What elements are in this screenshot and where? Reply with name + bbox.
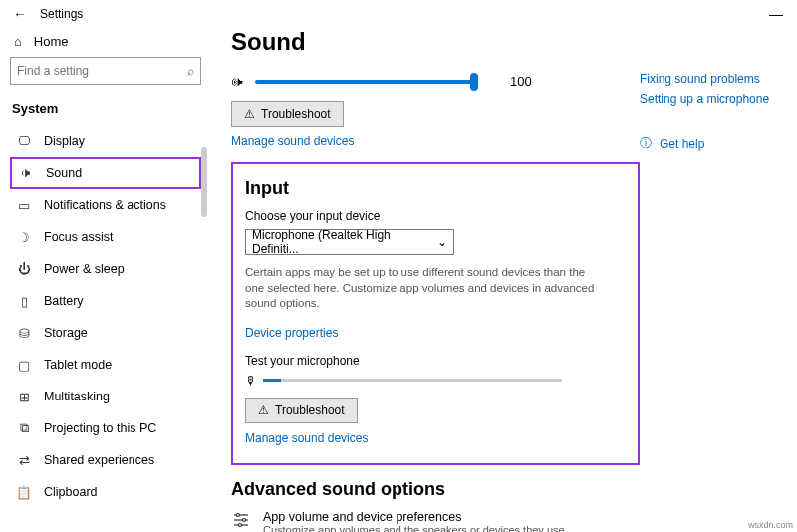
battery-icon: ▯ (16, 294, 32, 309)
chevron-down-icon: ⌄ (437, 235, 447, 249)
sidebar-item-tablet-mode[interactable]: ▢Tablet mode (10, 349, 201, 381)
back-icon[interactable]: ← (8, 6, 32, 22)
sidebar-item-storage[interactable]: ⛁Storage (10, 317, 201, 349)
watermark: wsxdn.com (748, 520, 793, 530)
minimize-icon[interactable]: — (769, 6, 783, 22)
advanced-heading: Advanced sound options (231, 479, 628, 500)
device-properties-link[interactable]: Device properties (245, 326, 338, 340)
setup-mic-link[interactable]: Setting up a microphone (640, 92, 797, 106)
focus-icon: ☽ (16, 230, 32, 245)
sidebar-scrollbar[interactable] (201, 147, 207, 217)
advanced-item-sub: Customize app volumes and the speakers o… (263, 524, 568, 532)
volume-slider[interactable] (255, 80, 474, 84)
test-mic-label: Test your microphone (245, 354, 626, 368)
input-description: Certain apps may be set up to use differ… (245, 265, 604, 312)
nav-list: 🖵Display 🕩Sound ▭Notifications & actions… (10, 126, 201, 508)
mic-test-row: 🎙 (245, 374, 626, 388)
microphone-icon: 🎙 (245, 374, 257, 388)
search-input[interactable] (17, 64, 187, 78)
sidebar-item-label: Power & sleep (44, 262, 125, 276)
home-label: Home (34, 34, 69, 49)
sidebar-item-focus-assist[interactable]: ☽Focus assist (10, 221, 201, 253)
clipboard-icon: 📋 (16, 485, 32, 500)
sidebar-item-label: Notifications & actions (44, 198, 166, 212)
sidebar: ⌂ Home ⌕ System 🖵Display 🕩Sound ▭Notific… (0, 28, 207, 532)
input-section: Input Choose your input device Microphon… (231, 162, 640, 465)
page-title: Sound (231, 28, 628, 56)
svg-point-1 (237, 513, 240, 516)
storage-icon: ⛁ (16, 326, 32, 341)
right-column: Fixing sound problems Setting up a micro… (640, 28, 797, 532)
input-device-value: Microphone (Realtek High Definiti... (252, 228, 437, 256)
manage-devices-link[interactable]: Manage sound devices (231, 134, 354, 148)
help-icon: ⓘ (640, 135, 652, 152)
sidebar-item-label: Sound (46, 166, 82, 180)
input-troubleshoot-button[interactable]: ⚠ Troubleshoot (245, 398, 358, 423)
troubleshoot-button[interactable]: ⚠ Troubleshoot (231, 101, 344, 127)
display-icon: 🖵 (16, 134, 32, 148)
tablet-icon: ▢ (16, 358, 32, 373)
notifications-icon: ▭ (16, 198, 32, 213)
sidebar-item-shared-experiences[interactable]: ⇄Shared experiences (10, 444, 201, 476)
sidebar-item-power-sleep[interactable]: ⏻Power & sleep (10, 253, 201, 285)
sidebar-item-projecting[interactable]: ⧉Projecting to this PC (10, 412, 201, 444)
volume-row: 🕪 100 (231, 74, 628, 89)
warning-icon: ⚠ (244, 107, 255, 121)
sidebar-item-label: Projecting to this PC (44, 421, 156, 435)
fixing-problems-link[interactable]: Fixing sound problems (640, 72, 797, 86)
svg-point-5 (239, 523, 242, 526)
mic-level-bar (263, 379, 562, 382)
sidebar-item-label: Tablet mode (44, 358, 112, 372)
sidebar-item-label: Battery (44, 294, 84, 308)
sidebar-item-label: Multitasking (44, 390, 110, 403)
speaker-icon: 🕪 (231, 75, 243, 89)
sliders-icon (231, 510, 251, 530)
advanced-item[interactable]: App volume and device preferences Custom… (231, 510, 628, 532)
home-link[interactable]: ⌂ Home (10, 28, 201, 57)
button-label: Troubleshoot (261, 107, 331, 121)
search-box[interactable]: ⌕ (10, 57, 201, 85)
search-icon: ⌕ (187, 64, 194, 78)
svg-point-3 (243, 518, 246, 521)
projecting-icon: ⧉ (16, 421, 32, 436)
slider-thumb[interactable] (470, 73, 478, 91)
sidebar-item-label: Storage (44, 326, 88, 340)
volume-value: 100 (510, 74, 532, 89)
titlebar: ← Settings — (0, 0, 797, 28)
sidebar-item-clipboard[interactable]: 📋Clipboard (10, 476, 201, 508)
sidebar-item-label: Display (44, 134, 85, 148)
mic-level-fill (263, 379, 281, 382)
input-device-select[interactable]: Microphone (Realtek High Definiti... ⌄ (245, 229, 454, 255)
get-help-link[interactable]: ⓘ Get help (640, 135, 797, 152)
input-manage-devices-link[interactable]: Manage sound devices (245, 431, 368, 445)
help-label: Get help (660, 137, 704, 151)
shared-icon: ⇄ (16, 453, 32, 468)
main-content: Sound 🕪 100 ⚠ Troubleshoot Manage sound … (207, 28, 640, 532)
sidebar-item-label: Shared experiences (44, 453, 154, 467)
window-title: Settings (40, 7, 83, 21)
group-heading: System (10, 97, 201, 126)
choose-input-label: Choose your input device (245, 209, 626, 223)
sidebar-item-label: Clipboard (44, 485, 98, 499)
sidebar-item-multitasking[interactable]: ⊞Multitasking (10, 381, 201, 412)
sidebar-item-label: Focus assist (44, 230, 113, 244)
sidebar-item-battery[interactable]: ▯Battery (10, 285, 201, 317)
warning-icon: ⚠ (258, 403, 269, 417)
button-label: Troubleshoot (275, 403, 345, 417)
multitasking-icon: ⊞ (16, 390, 32, 404)
sidebar-item-sound[interactable]: 🕩Sound (10, 157, 201, 189)
input-heading: Input (245, 178, 626, 199)
sidebar-item-display[interactable]: 🖵Display (10, 126, 201, 157)
sidebar-item-notifications[interactable]: ▭Notifications & actions (10, 189, 201, 221)
sound-icon: 🕩 (18, 166, 34, 180)
home-icon: ⌂ (14, 34, 22, 49)
advanced-item-title: App volume and device preferences (263, 510, 568, 524)
power-icon: ⏻ (16, 262, 32, 276)
